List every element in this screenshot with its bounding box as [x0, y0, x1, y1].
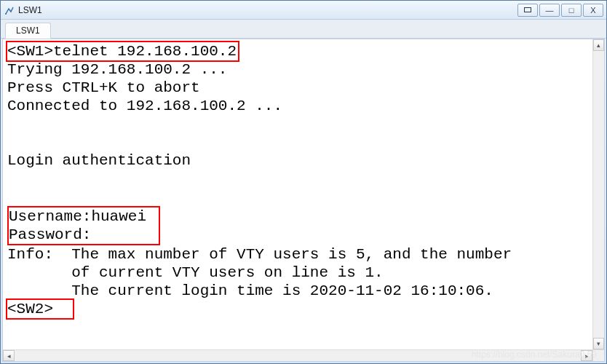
close-button[interactable]: X	[583, 4, 603, 17]
scroll-track-h[interactable]	[15, 350, 581, 361]
terminal-container: <SW1>telnet 192.168.100.2 Trying 192.168…	[2, 39, 605, 362]
highlight-command: <SW1>telnet 192.168.100.2	[7, 42, 238, 60]
highlight-credentials: Username:huawei Password:	[7, 206, 160, 245]
maximize-icon: □	[569, 6, 574, 15]
chevron-down-icon: ▾	[597, 340, 600, 347]
close-icon: X	[590, 6, 595, 15]
terminal-line: The current login time is 2020-11-02 16:…	[7, 282, 493, 299]
terminal-line: Password:	[9, 226, 91, 243]
command-telnet: telnet 192.168.100.2	[53, 43, 237, 60]
chevron-up-icon: ▴	[597, 41, 600, 49]
terminal-line: Username:huawei	[9, 208, 146, 225]
chevron-left-icon: ◂	[7, 352, 11, 360]
terminal-line: of current VTY users on line is 1.	[7, 264, 384, 281]
prompt-sw2: <SW2>	[7, 301, 53, 317]
app-window: LSW1 — □ X LSW1 <SW1>telnet 192.168.100.…	[0, 0, 607, 364]
highlight-prompt-sw2: <SW2>	[7, 300, 73, 318]
title-bar: LSW1 — □ X	[1, 1, 606, 20]
window-title: LSW1	[18, 5, 517, 15]
tab-bar: LSW1	[1, 20, 606, 39]
scroll-corner	[592, 349, 604, 361]
scroll-track[interactable]	[593, 51, 604, 338]
vertical-scrollbar[interactable]: ▴ ▾	[592, 39, 604, 349]
detach-button[interactable]	[517, 4, 538, 17]
horizontal-scrollbar[interactable]: ◂ ▸	[3, 349, 592, 361]
terminal-line: Connected to 192.168.100.2 ...	[7, 98, 282, 114]
terminal-line: Login authentication	[7, 152, 191, 169]
app-icon	[4, 4, 15, 16]
minimize-icon: —	[546, 6, 554, 15]
scroll-down-button[interactable]: ▾	[593, 338, 604, 349]
scroll-up-button[interactable]: ▴	[593, 39, 604, 51]
maximize-button[interactable]: □	[561, 4, 582, 17]
minimize-button[interactable]: —	[539, 4, 560, 17]
terminal-line: Trying 192.168.100.2 ...	[7, 61, 227, 78]
svg-point-0	[5, 13, 7, 15]
scroll-right-button[interactable]: ▸	[581, 350, 592, 361]
terminal-output[interactable]: <SW1>telnet 192.168.100.2 Trying 192.168…	[3, 39, 592, 349]
tab-lsw1[interactable]: LSW1	[5, 23, 51, 39]
prompt-sw1: <SW1>	[7, 43, 53, 60]
chevron-right-icon: ▸	[585, 352, 589, 360]
scroll-left-button[interactable]: ◂	[3, 350, 15, 361]
detach-icon	[524, 7, 531, 12]
terminal-line: Press CTRL+K to abort	[7, 79, 200, 96]
tab-label: LSW1	[16, 25, 40, 36]
terminal-line: Info: The max number of VTY users is 5, …	[7, 246, 512, 263]
window-controls: — □ X	[517, 4, 603, 17]
